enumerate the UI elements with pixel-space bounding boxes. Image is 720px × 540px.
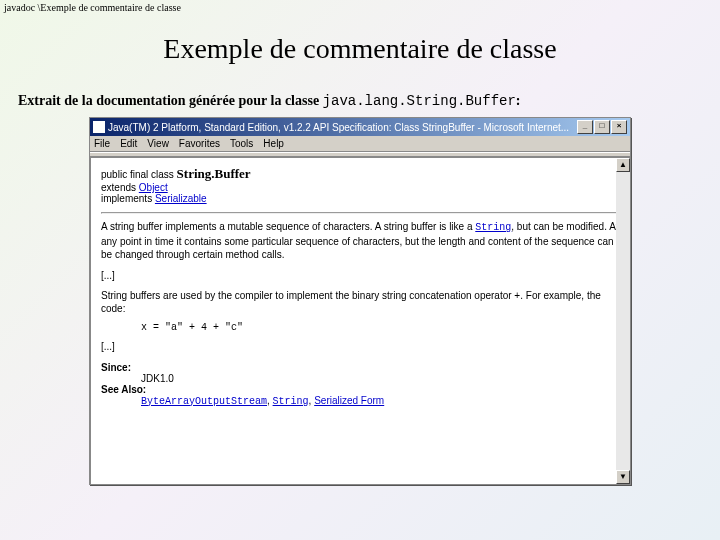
intro-prefix: Extrait de la documentation générée pour… [18, 93, 323, 108]
paragraph-2: String buffers are used by the compiler … [101, 289, 620, 316]
seealso-link-1[interactable]: String [273, 396, 309, 407]
intro-text: Extrait de la documentation générée pour… [0, 93, 720, 109]
seealso-link-0[interactable]: ByteArrayOutputStream [141, 396, 267, 407]
string-link[interactable]: String [475, 222, 511, 233]
paragraph-1: A string buffer implements a mutable seq… [101, 220, 620, 262]
seealso-block: See Also: ByteArrayOutputStream, String,… [101, 384, 620, 407]
seealso-label: See Also: [101, 384, 146, 395]
vertical-scrollbar[interactable]: ▲ ▼ [616, 158, 630, 484]
window-titlebar: Java(TM) 2 Platform, Standard Edition, v… [90, 118, 630, 136]
intro-classname: java.lang.String.Buffer [323, 93, 516, 109]
ellipsis-2: [...] [101, 341, 620, 352]
menu-file[interactable]: File [94, 138, 110, 149]
intro-suffix: : [516, 93, 521, 108]
menu-favorites[interactable]: Favorites [179, 138, 220, 149]
decl-prefix: public final class [101, 169, 177, 180]
ellipsis-1: [...] [101, 270, 620, 281]
para1a: A string buffer implements a mutable seq… [101, 221, 475, 232]
scroll-up-icon[interactable]: ▲ [616, 158, 630, 172]
decl-classname: String.Buffer [177, 166, 251, 181]
since-block: Since: JDK1.0 [101, 362, 620, 384]
menu-view[interactable]: View [147, 138, 169, 149]
divider [101, 212, 620, 214]
scroll-track[interactable] [616, 172, 630, 470]
class-declaration: public final class String.Buffer extends… [101, 166, 620, 204]
since-label: Since: [101, 362, 131, 373]
page-title: Exemple de commentaire de classe [0, 33, 720, 65]
menu-help[interactable]: Help [263, 138, 284, 149]
seealso-link-2[interactable]: Serialized Form [314, 395, 384, 406]
close-button[interactable]: × [611, 120, 627, 134]
maximize-button[interactable]: □ [594, 120, 610, 134]
minimize-button[interactable]: _ [577, 120, 593, 134]
extends-label: extends [101, 182, 139, 193]
doc-content: public final class String.Buffer extends… [90, 157, 630, 484]
browser-window: Java(TM) 2 Platform, Standard Edition, v… [89, 117, 631, 485]
menu-edit[interactable]: Edit [120, 138, 137, 149]
code-example: x = "a" + 4 + "c" [141, 322, 620, 333]
ie-icon [93, 121, 105, 133]
menubar: File Edit View Favorites Tools Help [90, 136, 630, 152]
window-title: Java(TM) 2 Platform, Standard Edition, v… [108, 122, 569, 133]
since-value: JDK1.0 [141, 373, 174, 384]
extends-link[interactable]: Object [139, 182, 168, 193]
scroll-down-icon[interactable]: ▼ [616, 470, 630, 484]
menu-tools[interactable]: Tools [230, 138, 253, 149]
breadcrumb: javadoc \Exemple de commentaire de class… [0, 0, 720, 15]
implements-label: implements [101, 193, 155, 204]
implements-link[interactable]: Serializable [155, 193, 207, 204]
